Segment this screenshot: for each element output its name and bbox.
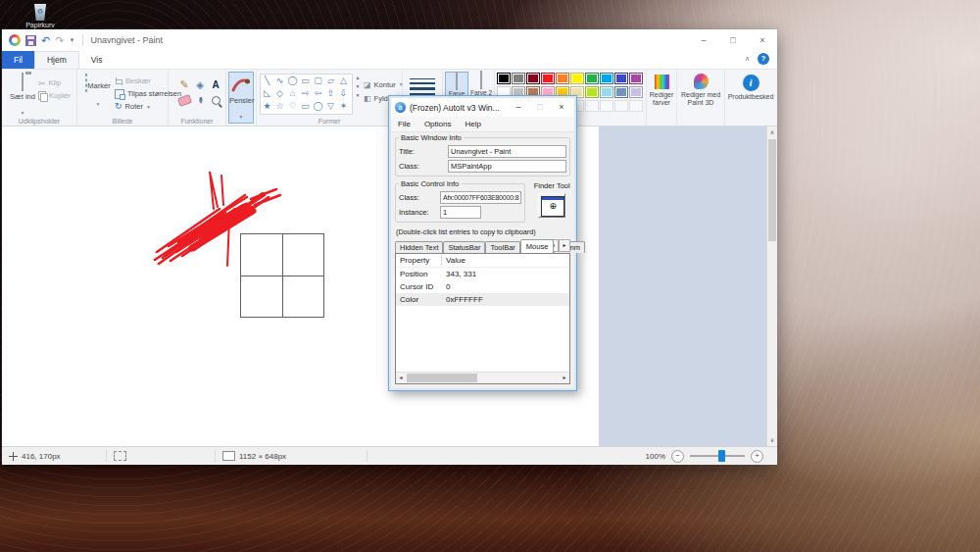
shape-icon[interactable]: ◺ — [264, 89, 270, 98]
shape-icon[interactable]: ▽ — [327, 102, 334, 111]
shape-icon[interactable]: ☆ — [275, 102, 283, 111]
palette-color-ff7f27[interactable] — [556, 73, 569, 84]
palette-color-7092be[interactable] — [614, 86, 628, 98]
property-row-color[interactable]: Color0xFFFFFF — [396, 293, 569, 306]
window-class-field[interactable]: MSPaintApp — [448, 160, 566, 173]
fill-tool-icon[interactable]: ◈ — [196, 79, 204, 90]
palette-color-ed1c24[interactable] — [541, 73, 555, 84]
finder-tool-button[interactable]: ⊕ — [538, 193, 565, 218]
menu-help[interactable]: Help — [458, 120, 487, 128]
palette-color-22b14c[interactable] — [585, 73, 599, 84]
shape-icon[interactable]: ⇨ — [302, 89, 310, 98]
zoom-in-button[interactable]: + — [751, 450, 763, 463]
scroll-up-icon[interactable]: ∧ — [767, 126, 777, 138]
palette-color-a349a4[interactable] — [629, 73, 643, 84]
save-icon[interactable] — [25, 35, 36, 46]
text-tool-icon[interactable]: A — [212, 79, 219, 90]
outline-button[interactable]: ◪ Kontur ▼ — [364, 77, 404, 91]
instance-field[interactable]: 1 — [440, 206, 481, 219]
palette-empty-slot[interactable] — [629, 100, 643, 112]
palette-color-b5e61d[interactable] — [585, 86, 599, 98]
header-property[interactable]: Property — [396, 256, 441, 265]
shape-icon[interactable]: ⌂ — [290, 89, 295, 98]
edit-colors-button[interactable]: Rediger farver — [648, 71, 675, 125]
shape-icon[interactable]: ◇ — [276, 89, 283, 98]
shape-icon[interactable]: ✶ — [340, 102, 348, 111]
tab-view[interactable]: Vis — [79, 52, 115, 69]
hscroll-thumb[interactable] — [407, 374, 477, 382]
product-alert-button[interactable]: i Produktbesked — [726, 71, 775, 125]
shape-icon[interactable]: △ — [340, 76, 347, 85]
autoit-titlebar[interactable]: a (Frozen) AutoIt v3 Win... – □ × — [391, 98, 574, 117]
palette-color-000000[interactable] — [497, 73, 511, 84]
tab-scroll-right-icon[interactable]: ► — [559, 239, 570, 252]
hscroll-left-icon[interactable]: ◄ — [396, 373, 406, 383]
pencil-tool-icon[interactable]: ✎ — [179, 78, 188, 91]
shape-icon[interactable]: ★ — [263, 102, 270, 111]
shape-icon[interactable]: ▱ — [327, 76, 334, 85]
autoit-tab-toolbar[interactable]: ToolBar — [485, 241, 519, 253]
zoom-slider[interactable] — [690, 455, 745, 457]
menu-file[interactable]: File — [391, 120, 417, 128]
minimize-button[interactable]: – — [689, 29, 718, 51]
control-class-field[interactable]: Afx:00007FF603E80000:8 — [440, 191, 521, 204]
autoit-tab-mouse[interactable]: Mouse — [520, 239, 555, 253]
recycle-bin-icon[interactable]: Papirkurv — [20, 4, 61, 28]
autoit-minimize-button[interactable]: – — [508, 98, 529, 117]
property-row-position[interactable]: Position343, 331 — [396, 268, 569, 280]
palette-empty-slot[interactable] — [600, 100, 613, 112]
scroll-down-icon[interactable]: ∨ — [767, 434, 777, 446]
palette-empty-slot[interactable] — [585, 100, 599, 112]
eraser-tool-icon[interactable] — [176, 94, 191, 107]
select-button[interactable]: Markér ▼ — [84, 75, 112, 110]
shape-icon[interactable]: ⇦ — [315, 89, 322, 98]
magnifier-tool-icon[interactable] — [212, 96, 220, 105]
undo-icon[interactable]: ↶ — [41, 35, 50, 46]
tab-file[interactable]: Fil — [2, 51, 34, 69]
palette-empty-slot[interactable] — [614, 100, 628, 112]
palette-color-7f7f7f[interactable] — [512, 73, 525, 84]
vertical-scrollbar[interactable]: ∧ ∨ — [766, 126, 777, 446]
zoom-slider-thumb[interactable] — [718, 450, 725, 462]
horizontal-scrollbar[interactable]: ◄ ► — [396, 372, 569, 383]
shape-icon[interactable]: ⇩ — [340, 89, 348, 98]
shapes-scroll-up-icon[interactable]: ▲ — [354, 74, 362, 82]
palette-color-99d9ea[interactable] — [600, 86, 613, 98]
palette-color-fff200[interactable] — [570, 73, 584, 84]
brushes-button[interactable]: Pensler ▼ — [228, 72, 254, 124]
shape-icon[interactable]: ▭ — [301, 102, 310, 111]
palette-color-880015[interactable] — [526, 73, 540, 84]
window-title-field[interactable]: Unavngivet - Paint — [448, 145, 566, 158]
shapes-more-icon[interactable]: ▼ — [354, 91, 362, 100]
copy-button[interactable]: Kopiér — [38, 89, 71, 102]
palette-color-c8bfe7[interactable] — [629, 86, 643, 98]
autoit-tab-statusbar[interactable]: StatusBar — [443, 241, 485, 253]
shape-icon[interactable]: ╲ — [265, 76, 270, 85]
palette-color-3f48cc[interactable] — [614, 73, 628, 84]
qat-dropdown-icon[interactable]: ▼ — [69, 37, 74, 43]
shape-icon[interactable]: ♡ — [288, 102, 296, 111]
vertical-scrollbar-thumb[interactable] — [768, 139, 776, 241]
maximize-button[interactable]: □ — [718, 29, 748, 51]
paste-button[interactable]: Sæt ind ▼ — [8, 74, 37, 119]
shapes-scroll-down-icon[interactable]: ▼ — [354, 82, 362, 91]
shape-icon[interactable]: ∿ — [276, 76, 284, 85]
property-list-view[interactable]: Property Value Position343, 331Cursor ID… — [395, 253, 570, 384]
shape-icon[interactable]: ▢ — [314, 76, 322, 85]
help-icon[interactable]: ? — [758, 53, 769, 65]
tab-home[interactable]: Hjem — [34, 51, 79, 69]
close-button[interactable]: × — [748, 29, 777, 51]
shape-icon[interactable]: ◯ — [313, 102, 322, 111]
shape-icon[interactable]: ⇧ — [327, 89, 335, 98]
cut-button[interactable]: ✂ Klip — [38, 76, 71, 89]
property-row-cursor-id[interactable]: Cursor ID0 — [396, 280, 569, 293]
shape-icon[interactable]: ▭ — [301, 76, 310, 85]
menu-options[interactable]: Options — [417, 120, 459, 128]
hscroll-right-icon[interactable]: ► — [560, 373, 569, 383]
collapse-ribbon-icon[interactable]: ∧ — [745, 55, 750, 63]
autoit-close-button[interactable]: × — [551, 98, 572, 117]
color-picker-tool-icon[interactable]: ✒ — [194, 96, 205, 104]
redo-icon[interactable]: ↷ — [55, 35, 64, 46]
edit-with-paint3d-button[interactable]: Rediger med Paint 3D — [678, 71, 723, 125]
header-value[interactable]: Value — [442, 256, 466, 265]
